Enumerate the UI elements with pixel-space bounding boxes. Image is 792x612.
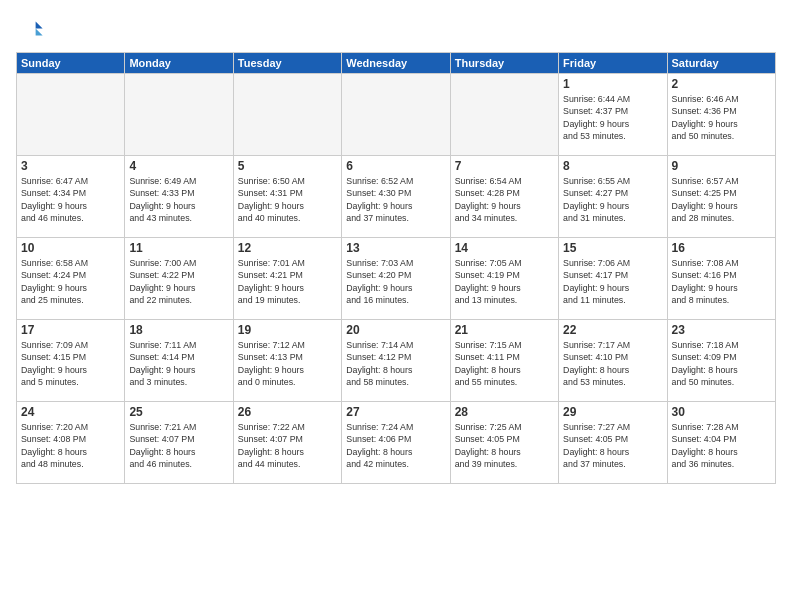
calendar-day-cell: 1Sunrise: 6:44 AM Sunset: 4:37 PM Daylig… xyxy=(559,74,667,156)
logo-icon xyxy=(16,16,44,44)
calendar-day-cell: 17Sunrise: 7:09 AM Sunset: 4:15 PM Dayli… xyxy=(17,320,125,402)
day-number: 10 xyxy=(21,241,120,255)
day-detail: Sunrise: 7:00 AM Sunset: 4:22 PM Dayligh… xyxy=(129,257,228,306)
day-number: 7 xyxy=(455,159,554,173)
day-detail: Sunrise: 7:06 AM Sunset: 4:17 PM Dayligh… xyxy=(563,257,662,306)
day-detail: Sunrise: 7:22 AM Sunset: 4:07 PM Dayligh… xyxy=(238,421,337,470)
calendar-day-cell xyxy=(450,74,558,156)
day-detail: Sunrise: 7:01 AM Sunset: 4:21 PM Dayligh… xyxy=(238,257,337,306)
calendar-week-row: 1Sunrise: 6:44 AM Sunset: 4:37 PM Daylig… xyxy=(17,74,776,156)
calendar-day-cell xyxy=(17,74,125,156)
day-detail: Sunrise: 7:17 AM Sunset: 4:10 PM Dayligh… xyxy=(563,339,662,388)
day-number: 12 xyxy=(238,241,337,255)
day-detail: Sunrise: 7:21 AM Sunset: 4:07 PM Dayligh… xyxy=(129,421,228,470)
day-number: 11 xyxy=(129,241,228,255)
day-detail: Sunrise: 7:24 AM Sunset: 4:06 PM Dayligh… xyxy=(346,421,445,470)
day-detail: Sunrise: 7:28 AM Sunset: 4:04 PM Dayligh… xyxy=(672,421,771,470)
weekday-header-cell: Wednesday xyxy=(342,53,450,74)
calendar-day-cell: 28Sunrise: 7:25 AM Sunset: 4:05 PM Dayli… xyxy=(450,402,558,484)
day-detail: Sunrise: 6:46 AM Sunset: 4:36 PM Dayligh… xyxy=(672,93,771,142)
day-number: 25 xyxy=(129,405,228,419)
day-number: 3 xyxy=(21,159,120,173)
calendar-week-row: 3Sunrise: 6:47 AM Sunset: 4:34 PM Daylig… xyxy=(17,156,776,238)
day-detail: Sunrise: 6:49 AM Sunset: 4:33 PM Dayligh… xyxy=(129,175,228,224)
calendar-week-row: 10Sunrise: 6:58 AM Sunset: 4:24 PM Dayli… xyxy=(17,238,776,320)
day-detail: Sunrise: 7:03 AM Sunset: 4:20 PM Dayligh… xyxy=(346,257,445,306)
weekday-header-cell: Tuesday xyxy=(233,53,341,74)
day-number: 16 xyxy=(672,241,771,255)
day-number: 6 xyxy=(346,159,445,173)
header xyxy=(16,16,776,44)
calendar-day-cell: 12Sunrise: 7:01 AM Sunset: 4:21 PM Dayli… xyxy=(233,238,341,320)
calendar-day-cell: 6Sunrise: 6:52 AM Sunset: 4:30 PM Daylig… xyxy=(342,156,450,238)
calendar-day-cell: 22Sunrise: 7:17 AM Sunset: 4:10 PM Dayli… xyxy=(559,320,667,402)
day-detail: Sunrise: 7:18 AM Sunset: 4:09 PM Dayligh… xyxy=(672,339,771,388)
calendar-day-cell: 8Sunrise: 6:55 AM Sunset: 4:27 PM Daylig… xyxy=(559,156,667,238)
day-number: 5 xyxy=(238,159,337,173)
day-detail: Sunrise: 7:05 AM Sunset: 4:19 PM Dayligh… xyxy=(455,257,554,306)
day-number: 15 xyxy=(563,241,662,255)
calendar-day-cell: 26Sunrise: 7:22 AM Sunset: 4:07 PM Dayli… xyxy=(233,402,341,484)
weekday-header-row: SundayMondayTuesdayWednesdayThursdayFrid… xyxy=(17,53,776,74)
day-detail: Sunrise: 6:50 AM Sunset: 4:31 PM Dayligh… xyxy=(238,175,337,224)
calendar-day-cell: 13Sunrise: 7:03 AM Sunset: 4:20 PM Dayli… xyxy=(342,238,450,320)
day-number: 24 xyxy=(21,405,120,419)
weekday-header-cell: Saturday xyxy=(667,53,775,74)
day-number: 1 xyxy=(563,77,662,91)
day-number: 26 xyxy=(238,405,337,419)
calendar-day-cell: 19Sunrise: 7:12 AM Sunset: 4:13 PM Dayli… xyxy=(233,320,341,402)
calendar-day-cell: 10Sunrise: 6:58 AM Sunset: 4:24 PM Dayli… xyxy=(17,238,125,320)
calendar-day-cell: 9Sunrise: 6:57 AM Sunset: 4:25 PM Daylig… xyxy=(667,156,775,238)
day-number: 18 xyxy=(129,323,228,337)
day-number: 23 xyxy=(672,323,771,337)
day-number: 13 xyxy=(346,241,445,255)
svg-marker-0 xyxy=(36,22,43,29)
calendar-day-cell: 3Sunrise: 6:47 AM Sunset: 4:34 PM Daylig… xyxy=(17,156,125,238)
day-number: 20 xyxy=(346,323,445,337)
day-number: 14 xyxy=(455,241,554,255)
day-number: 21 xyxy=(455,323,554,337)
weekday-header-cell: Sunday xyxy=(17,53,125,74)
day-detail: Sunrise: 7:11 AM Sunset: 4:14 PM Dayligh… xyxy=(129,339,228,388)
day-detail: Sunrise: 6:58 AM Sunset: 4:24 PM Dayligh… xyxy=(21,257,120,306)
day-detail: Sunrise: 7:20 AM Sunset: 4:08 PM Dayligh… xyxy=(21,421,120,470)
calendar-day-cell xyxy=(125,74,233,156)
calendar-day-cell: 7Sunrise: 6:54 AM Sunset: 4:28 PM Daylig… xyxy=(450,156,558,238)
day-detail: Sunrise: 7:25 AM Sunset: 4:05 PM Dayligh… xyxy=(455,421,554,470)
calendar-week-row: 17Sunrise: 7:09 AM Sunset: 4:15 PM Dayli… xyxy=(17,320,776,402)
day-number: 17 xyxy=(21,323,120,337)
day-detail: Sunrise: 7:12 AM Sunset: 4:13 PM Dayligh… xyxy=(238,339,337,388)
day-number: 8 xyxy=(563,159,662,173)
day-detail: Sunrise: 7:09 AM Sunset: 4:15 PM Dayligh… xyxy=(21,339,120,388)
day-detail: Sunrise: 6:54 AM Sunset: 4:28 PM Dayligh… xyxy=(455,175,554,224)
calendar-day-cell: 11Sunrise: 7:00 AM Sunset: 4:22 PM Dayli… xyxy=(125,238,233,320)
day-detail: Sunrise: 7:15 AM Sunset: 4:11 PM Dayligh… xyxy=(455,339,554,388)
calendar-day-cell: 30Sunrise: 7:28 AM Sunset: 4:04 PM Dayli… xyxy=(667,402,775,484)
day-detail: Sunrise: 6:55 AM Sunset: 4:27 PM Dayligh… xyxy=(563,175,662,224)
day-detail: Sunrise: 6:57 AM Sunset: 4:25 PM Dayligh… xyxy=(672,175,771,224)
day-number: 27 xyxy=(346,405,445,419)
calendar-day-cell: 20Sunrise: 7:14 AM Sunset: 4:12 PM Dayli… xyxy=(342,320,450,402)
logo xyxy=(16,16,48,44)
day-detail: Sunrise: 6:44 AM Sunset: 4:37 PM Dayligh… xyxy=(563,93,662,142)
svg-marker-1 xyxy=(36,29,43,36)
calendar-day-cell: 18Sunrise: 7:11 AM Sunset: 4:14 PM Dayli… xyxy=(125,320,233,402)
calendar-day-cell: 23Sunrise: 7:18 AM Sunset: 4:09 PM Dayli… xyxy=(667,320,775,402)
calendar-day-cell: 15Sunrise: 7:06 AM Sunset: 4:17 PM Dayli… xyxy=(559,238,667,320)
calendar-day-cell: 4Sunrise: 6:49 AM Sunset: 4:33 PM Daylig… xyxy=(125,156,233,238)
day-detail: Sunrise: 7:27 AM Sunset: 4:05 PM Dayligh… xyxy=(563,421,662,470)
calendar-day-cell: 14Sunrise: 7:05 AM Sunset: 4:19 PM Dayli… xyxy=(450,238,558,320)
page: SundayMondayTuesdayWednesdayThursdayFrid… xyxy=(0,0,792,612)
calendar-day-cell: 29Sunrise: 7:27 AM Sunset: 4:05 PM Dayli… xyxy=(559,402,667,484)
calendar-table: SundayMondayTuesdayWednesdayThursdayFrid… xyxy=(16,52,776,484)
day-detail: Sunrise: 6:47 AM Sunset: 4:34 PM Dayligh… xyxy=(21,175,120,224)
calendar-day-cell: 25Sunrise: 7:21 AM Sunset: 4:07 PM Dayli… xyxy=(125,402,233,484)
day-number: 22 xyxy=(563,323,662,337)
day-number: 4 xyxy=(129,159,228,173)
day-number: 9 xyxy=(672,159,771,173)
calendar-body: 1Sunrise: 6:44 AM Sunset: 4:37 PM Daylig… xyxy=(17,74,776,484)
day-number: 2 xyxy=(672,77,771,91)
calendar-day-cell xyxy=(233,74,341,156)
weekday-header-cell: Friday xyxy=(559,53,667,74)
calendar-day-cell: 27Sunrise: 7:24 AM Sunset: 4:06 PM Dayli… xyxy=(342,402,450,484)
